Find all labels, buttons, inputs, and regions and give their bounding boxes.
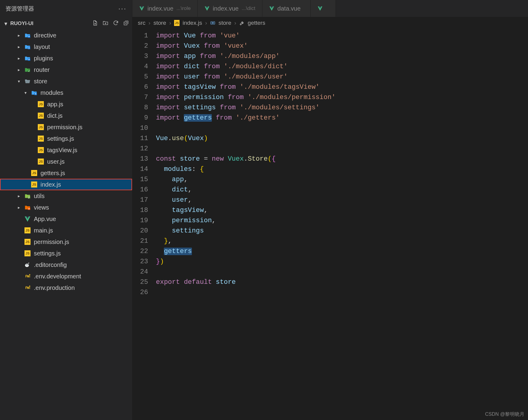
chevron-right-icon: ▸ [16, 67, 21, 72]
tree-item-label: utils [34, 193, 129, 200]
chevron-right-icon: ▸ [16, 33, 21, 38]
tree-item-app-js[interactable]: JSapp.js [0, 98, 132, 110]
js-icon: JS [37, 135, 44, 142]
tree-item-label: layout [34, 43, 129, 50]
breadcrumb-separator-icon: › [148, 20, 150, 26]
tree-item-store[interactable]: ▾store [0, 75, 132, 87]
tree-item-utils[interactable]: ▸utils [0, 190, 132, 202]
project-name: RUOYI-UI [10, 21, 34, 27]
tab-label: index.vue [213, 5, 239, 12]
js-icon: JS [37, 158, 44, 165]
breadcrumb-separator-icon: › [234, 20, 236, 26]
tree-item-settings-js[interactable]: JSsettings.js [0, 248, 132, 259]
section-actions [92, 20, 129, 27]
folder-ext-icon [24, 32, 31, 39]
vue-icon [269, 6, 274, 11]
tree-item--env-development[interactable]: .env.development [0, 271, 132, 282]
tree-item-label: settings.js [34, 250, 129, 257]
tree-item-label: dict.js [47, 112, 129, 119]
editor-tab[interactable]: data.vue [262, 0, 311, 17]
editor-tab[interactable] [311, 0, 336, 17]
svg-point-4 [28, 70, 30, 72]
tree-item-directive[interactable]: ▸directive [0, 30, 132, 41]
tree-item-tagsview-js[interactable]: JStagsView.js [0, 144, 132, 156]
js-icon: JS [37, 101, 44, 107]
chevron-right-icon: ▸ [16, 194, 21, 198]
explorer-header: 资源管理器 ··· [0, 0, 132, 18]
tree-item-label: App.vue [34, 216, 129, 223]
folder-utils-icon [24, 193, 31, 199]
chevron-right-icon: ▸ [16, 56, 21, 61]
tree-item-layout[interactable]: ▸layout [0, 41, 132, 53]
explorer-title: 资源管理器 [5, 5, 34, 13]
tree-item-label: store [34, 78, 129, 85]
tree-item-app-vue[interactable]: App.vue [0, 213, 132, 225]
collapse-all-icon[interactable] [123, 20, 129, 27]
breadcrumb-item[interactable]: store [154, 20, 166, 26]
tree-item-label: views [34, 204, 129, 211]
editor-area: index.vue...\roleindex.vue...\dictdata.v… [132, 0, 528, 420]
js-icon: JS [31, 181, 37, 188]
new-file-icon[interactable] [92, 20, 98, 27]
tree-item-user-js[interactable]: JSuser.js [0, 156, 132, 167]
tree-item--env-production[interactable]: .env.production [0, 282, 132, 293]
chevron-right-icon: ▸ [16, 205, 21, 210]
tree-item-label: getters.js [40, 170, 129, 177]
js-icon: JS [37, 124, 44, 130]
breadcrumb-item[interactable]: src [138, 20, 145, 26]
tree-item-label: main.js [34, 227, 129, 234]
explorer-more-icon[interactable]: ··· [118, 5, 127, 13]
js-icon: JS [174, 20, 180, 26]
tree-item-label: plugins [34, 55, 129, 62]
new-folder-icon[interactable] [102, 20, 109, 27]
const-icon [210, 20, 215, 26]
js-icon: JS [31, 170, 37, 176]
project-section-header[interactable]: ▾ RUOYI-UI [0, 18, 132, 30]
tree-item-modules[interactable]: ▾modules [0, 87, 132, 98]
refresh-icon[interactable] [113, 20, 119, 27]
tree-item-views[interactable]: ▸views [0, 202, 132, 213]
tree-item-permission-js[interactable]: JSpermission.js [0, 121, 132, 133]
wrench-icon [239, 20, 245, 26]
file-tree[interactable]: ▸directive▸layout▸plugins▸router▾store▾m… [0, 30, 132, 420]
vue-icon [24, 216, 31, 222]
tree-item-plugins[interactable]: ▸plugins [0, 53, 132, 64]
code-editor[interactable]: 1234567891011121314151617181920212223242… [132, 29, 528, 420]
tree-item-label: .env.production [34, 284, 129, 291]
folder-route-icon [24, 66, 31, 73]
watermark: CSDN @黎明晓月 [485, 411, 524, 418]
folder-ext-icon [24, 43, 31, 50]
tree-item-label: tagsView.js [47, 147, 129, 154]
tree-item-label: app.js [47, 101, 129, 108]
tree-item-getters-js[interactable]: JSgetters.js [0, 167, 132, 179]
tab-label: data.vue [277, 5, 301, 12]
tab-label: index.vue [147, 5, 173, 12]
svg-point-9 [25, 264, 29, 267]
breadcrumb-item[interactable]: store [219, 20, 231, 26]
breadcrumb-item[interactable]: getters [248, 20, 265, 26]
line-gutter: 1234567891011121314151617181920212223242… [132, 29, 154, 420]
js-icon: JS [37, 147, 44, 153]
vue-icon [204, 6, 210, 11]
breadcrumb-item[interactable]: index.js [183, 20, 202, 26]
tree-item-label: user.js [47, 158, 129, 165]
tree-item-label: settings.js [47, 135, 129, 142]
chevron-down-icon: ▾ [16, 79, 21, 84]
tree-item-settings-js[interactable]: JSsettings.js [0, 133, 132, 144]
js-icon: JS [24, 239, 31, 245]
js-icon: JS [37, 112, 44, 119]
tree-item--editorconfig[interactable]: .editorconfig [0, 259, 132, 271]
svg-point-13 [29, 286, 30, 287]
editor-tab[interactable]: index.vue...\dict [198, 0, 262, 17]
env-icon [24, 284, 31, 291]
editor-tab[interactable]: index.vue...\role [132, 0, 198, 17]
code-content[interactable]: import Vue from 'vue'import Vuex from 'v… [154, 29, 528, 420]
tree-item-main-js[interactable]: JSmain.js [0, 225, 132, 236]
tree-item-dict-js[interactable]: JSdict.js [0, 110, 132, 121]
breadcrumb[interactable]: src›store›JSindex.js›store›getters [132, 17, 528, 29]
breadcrumb-separator-icon: › [169, 20, 171, 26]
tree-item-index-js[interactable]: JSindex.js [0, 179, 132, 190]
chevron-down-icon: ▾ [23, 90, 28, 95]
tree-item-permission-js[interactable]: JSpermission.js [0, 236, 132, 248]
tree-item-router[interactable]: ▸router [0, 64, 132, 75]
